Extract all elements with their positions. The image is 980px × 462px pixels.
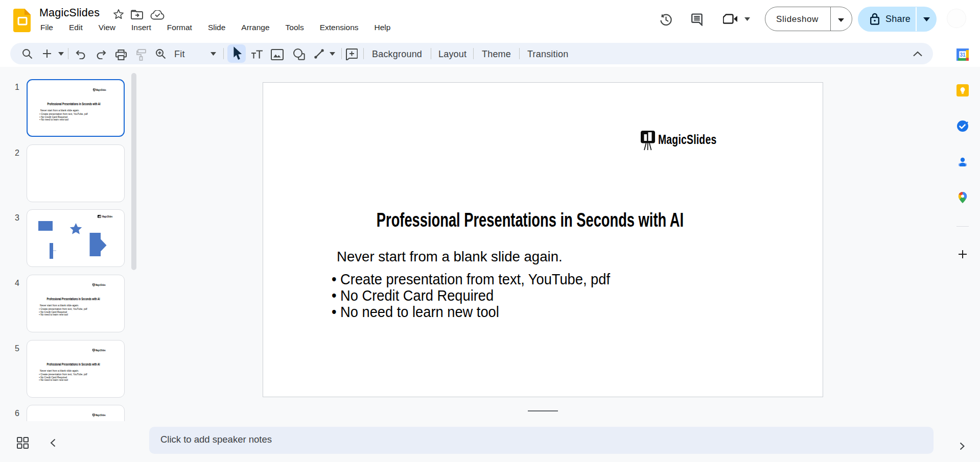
svg-text:31: 31 [960, 52, 966, 58]
